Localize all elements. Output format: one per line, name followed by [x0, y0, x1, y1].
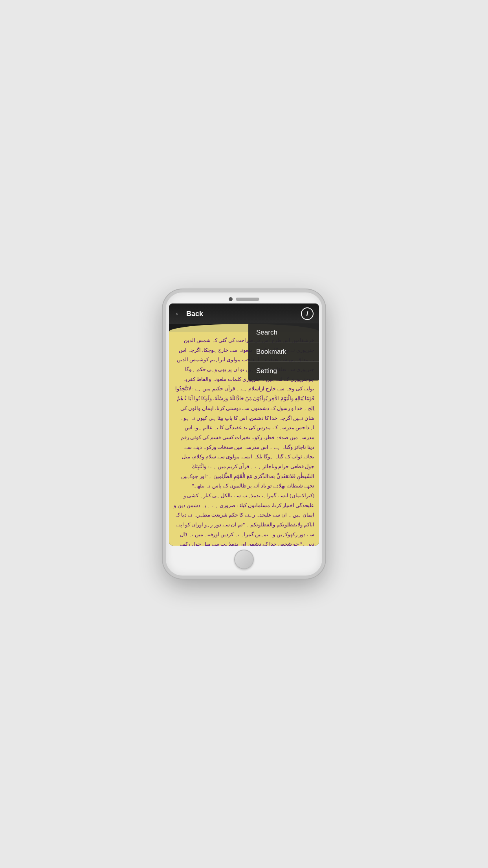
phone-bottom — [166, 546, 322, 576]
home-button[interactable] — [234, 550, 254, 569]
info-button[interactable]: i — [301, 307, 314, 320]
phone-frame: ← Back i Search Bookmark Setting خرشفام — [163, 289, 325, 579]
phone-speaker — [236, 298, 259, 301]
header-left: ← Back — [174, 309, 203, 319]
dropdown-bookmark[interactable]: Bookmark — [248, 342, 319, 362]
front-camera — [229, 297, 233, 301]
dropdown-setting[interactable]: Setting — [248, 362, 319, 381]
back-button[interactable]: Back — [186, 310, 203, 318]
back-arrow-icon[interactable]: ← — [174, 309, 183, 319]
info-icon: i — [306, 310, 308, 317]
phone-notch — [166, 292, 322, 303]
app-container: ← Back i Search Bookmark Setting خرشفام — [169, 303, 319, 546]
dropdown-search[interactable]: Search — [248, 323, 319, 342]
phone-screen: ← Back i Search Bookmark Setting خرشفام — [169, 303, 319, 546]
dropdown-menu: Search Bookmark Setting — [248, 323, 319, 381]
header: ← Back i Search Bookmark Setting — [169, 303, 319, 324]
